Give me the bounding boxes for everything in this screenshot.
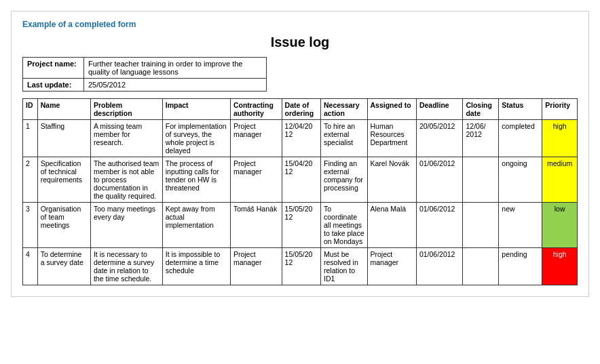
header-name: Name xyxy=(37,99,90,120)
cell-closing xyxy=(463,157,499,203)
cell-name: Organisation of team meetings xyxy=(37,203,90,248)
cell-impact: Kept away from actual implementation xyxy=(162,203,230,248)
issue-log-table: ID Name Problem description Impact Contr… xyxy=(22,98,578,285)
cell-priority: high xyxy=(542,120,578,157)
cell-necessary: Must be resolved in relation to ID1 xyxy=(321,248,368,285)
last-update-label: Last update: xyxy=(23,79,84,92)
header-impact: Impact xyxy=(162,99,230,120)
cell-assigned: Project manager xyxy=(367,248,416,285)
last-update-value: 25/05/2012 xyxy=(84,79,267,92)
page-container: Example of a completed form Issue log Pr… xyxy=(11,11,589,297)
cell-closing xyxy=(463,248,499,285)
header-closing: Closing date xyxy=(463,99,499,120)
cell-deadline: 01/06/2012 xyxy=(416,203,463,248)
cell-date-ordering: 15/05/20 12 xyxy=(282,203,320,248)
cell-necessary: Finding an external company for processi… xyxy=(321,157,368,203)
cell-assigned: Alena Malá xyxy=(367,203,416,248)
page-title: Issue log xyxy=(22,35,578,50)
cell-contracting: Tomáš Hanák xyxy=(230,203,282,248)
cell-problem: A missing team member for research. xyxy=(90,120,162,157)
cell-contracting: Project manager xyxy=(230,120,282,157)
cell-date-ordering: 15/05/20 12 xyxy=(282,248,320,285)
table-row: 2Specification of technical requirements… xyxy=(23,157,578,203)
header-id: ID xyxy=(23,99,38,120)
cell-name: To determine a survey date xyxy=(37,248,90,285)
header-contracting: Contracting authority xyxy=(230,99,282,120)
cell-impact: The process of inputting calls for tende… xyxy=(162,157,230,203)
cell-contracting: Project manager xyxy=(230,157,282,203)
cell-priority: low xyxy=(542,203,578,248)
header-assigned: Assigned to xyxy=(367,99,416,120)
cell-impact: It is impossible to determine a time sch… xyxy=(162,248,230,285)
cell-contracting: Project manager xyxy=(230,248,282,285)
cell-id: 1 xyxy=(23,120,38,157)
cell-status: ongoing xyxy=(499,157,542,203)
cell-problem: It is necessary to determine a survey da… xyxy=(90,248,162,285)
cell-assigned: Karel Novák xyxy=(367,157,416,203)
cell-closing: 12/06/ 2012 xyxy=(463,120,499,157)
cell-deadline: 01/06/2012 xyxy=(416,248,463,285)
cell-name: Specification of technical requirements xyxy=(37,157,90,203)
cell-date-ordering: 15/04/20 12 xyxy=(282,157,320,203)
cell-necessary: To coordinate all meetings to take place… xyxy=(321,203,368,248)
cell-date-ordering: 12/04/20 12 xyxy=(282,120,320,157)
cell-status: completed xyxy=(499,120,542,157)
header-deadline: Deadline xyxy=(416,99,463,120)
cell-status: pending xyxy=(499,248,542,285)
cell-id: 3 xyxy=(23,203,38,248)
table-row: 4To determine a survey dateIt is necessa… xyxy=(23,248,578,285)
cell-deadline: 20/05/2012 xyxy=(416,120,463,157)
cell-id: 4 xyxy=(23,248,38,285)
cell-priority: high xyxy=(542,248,578,285)
header-priority: Priority xyxy=(542,99,578,120)
cell-assigned: Human Resources Department xyxy=(367,120,416,157)
table-row: 3Organisation of team meetingsToo many m… xyxy=(23,203,578,248)
header-problem: Problem description xyxy=(90,99,162,120)
table-row: 1StaffingA missing team member for resea… xyxy=(23,120,578,157)
cell-priority: medium xyxy=(542,157,578,203)
cell-problem: The authorised team member is not able t… xyxy=(90,157,162,203)
project-info-table: Project name: Further teacher training i… xyxy=(22,57,267,92)
header-necessary: Necessary action xyxy=(321,99,368,120)
cell-closing xyxy=(463,203,499,248)
cell-status: new xyxy=(499,203,542,248)
example-label: Example of a completed form xyxy=(22,20,578,29)
project-name-value: Further teacher training in order to imp… xyxy=(84,58,267,79)
project-name-label: Project name: xyxy=(23,58,84,79)
cell-impact: For implementation of surveys, the whole… xyxy=(162,120,230,157)
cell-name: Staffing xyxy=(37,120,90,157)
header-date-ordering: Date of ordering xyxy=(282,99,320,120)
cell-deadline: 01/06/2012 xyxy=(416,157,463,203)
cell-necessary: To hire an external specialist xyxy=(321,120,368,157)
cell-id: 2 xyxy=(23,157,38,203)
cell-problem: Too many meetings every day xyxy=(90,203,162,248)
header-status: Status xyxy=(499,99,542,120)
